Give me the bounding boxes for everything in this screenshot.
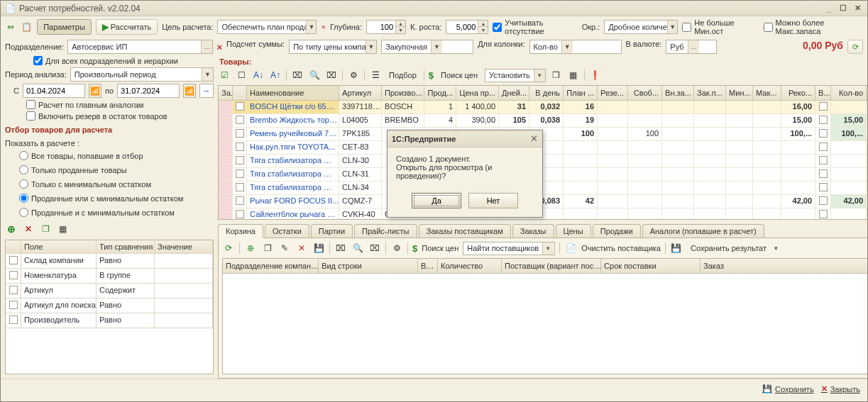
date-from-input[interactable] xyxy=(23,84,85,98)
col-days[interactable]: Дней... xyxy=(499,86,529,100)
growth-input[interactable] xyxy=(446,21,478,33)
chevron-down-icon[interactable]: ▼ xyxy=(366,40,376,53)
cell-check[interactable] xyxy=(819,143,828,151)
close-dialog-button[interactable]: ✕ xyxy=(530,133,538,144)
table-row[interactable]: Brembo Жидкость тор… L04005 BREMBO 4 390… xyxy=(219,114,868,128)
find-icon[interactable]: 🔍 xyxy=(308,69,321,82)
col-min[interactable]: Мин... xyxy=(726,86,753,100)
period-select[interactable]: Произвольный период▼ xyxy=(70,67,214,82)
disk-icon[interactable]: 💾 xyxy=(670,242,683,255)
tab-sales[interactable]: Продажи xyxy=(593,224,641,238)
cell-check[interactable] xyxy=(819,102,828,111)
bcol-supplier[interactable]: Поставщик (вариант пос… xyxy=(502,259,601,273)
col-b1[interactable]: В... xyxy=(815,86,831,100)
close-button[interactable]: ✕Закрыть xyxy=(821,384,860,393)
save-button[interactable]: 💾Сохранить xyxy=(762,384,814,393)
col-price[interactable]: Цена пр... xyxy=(456,86,499,100)
all-divisions-checkbox[interactable]: Для всех подразделений в иерархии xyxy=(5,56,214,65)
check-all-icon[interactable]: ☑ xyxy=(218,69,231,82)
row-checkbox[interactable] xyxy=(236,102,244,111)
radio-sold-and-min[interactable]: Проданные и с минимальным остатком xyxy=(5,206,214,218)
row-checkbox[interactable] xyxy=(236,143,244,151)
main-analogs-checkbox[interactable]: Расчет по главным аналогам xyxy=(5,100,214,109)
row-checkbox[interactable] xyxy=(236,116,244,124)
clear-division-icon[interactable]: × xyxy=(216,42,222,52)
find-icon[interactable]: 🔍 xyxy=(351,242,364,255)
settings-icon[interactable]: ⚙ xyxy=(347,69,360,82)
cell-check[interactable] xyxy=(819,169,828,178)
down-icon[interactable]: ▼ xyxy=(396,27,405,33)
radio-min[interactable]: Только с минимальным остатком xyxy=(5,178,214,190)
table-row[interactable]: BOSCH Щётки с/о 65… 3397118… BOSCH 1 1 4… xyxy=(219,101,868,114)
filter-row[interactable]: Номенклатура В группе xyxy=(6,269,213,284)
row-checkbox[interactable] xyxy=(9,271,18,279)
tab-analogs[interactable]: Аналоги (попавшие в расчет) xyxy=(642,224,764,238)
sort-asc-icon[interactable]: A↓ xyxy=(252,69,265,82)
filter-row[interactable]: Артикул Содержит xyxy=(6,284,213,298)
params-button[interactable]: Параметры xyxy=(37,19,92,35)
filter-icon[interactable]: ⌧ xyxy=(334,242,347,255)
edit-icon[interactable]: ✎ xyxy=(278,242,291,255)
bcol-date[interactable]: Срок поставки xyxy=(601,259,701,273)
maximize-button[interactable]: ☐ xyxy=(837,4,849,13)
col-sold[interactable]: Прод... xyxy=(424,86,456,100)
tab-sup-orders[interactable]: Заказы поставщикам xyxy=(419,224,511,238)
table-row[interactable]: Тяга стабилизатора … CLN-30 xyxy=(219,155,868,168)
settings-icon[interactable]: ⚙ xyxy=(390,242,403,255)
row-checkbox[interactable] xyxy=(236,129,244,138)
radio-sold[interactable]: Только проданные товары xyxy=(5,164,214,176)
up-icon[interactable]: ▲ xyxy=(478,21,488,27)
clear-supplier-button[interactable]: Очистить поставщика xyxy=(581,244,661,252)
no-more-min-checkbox[interactable]: Не больше Мин.ост xyxy=(682,18,759,35)
copy-rows-icon[interactable]: ❐ xyxy=(550,69,563,82)
chevron-down-icon[interactable]: ▼ xyxy=(561,40,573,53)
list-icon[interactable]: ☰ xyxy=(369,69,382,82)
bcol-qty[interactable]: Количество xyxy=(438,259,502,273)
date-to-input[interactable] xyxy=(117,84,180,98)
col-name[interactable]: Наименование xyxy=(247,86,339,100)
row-checkbox[interactable] xyxy=(9,286,18,294)
tab-orders[interactable]: Заказы xyxy=(512,224,554,238)
col-plan[interactable]: План ... xyxy=(564,86,598,100)
minimize-button[interactable]: _ xyxy=(823,4,835,13)
chevron-down-icon[interactable]: ▾ xyxy=(534,69,545,82)
row-checkbox[interactable] xyxy=(9,301,18,309)
refresh-button[interactable]: ⟳ xyxy=(847,40,863,54)
radio-sold-or-min[interactable]: Проданные или с минимальным остатком xyxy=(5,192,214,204)
basket-grid[interactable]: Подразделение компан… Вид строки В… Коли… xyxy=(222,258,868,375)
uncheck-all-icon[interactable]: ☐ xyxy=(235,69,248,82)
col-qty[interactable]: Кол-во xyxy=(831,86,867,100)
find-suppliers-select[interactable]: Найти поставщиков▾ xyxy=(463,242,555,255)
ellipsis-icon[interactable]: … xyxy=(201,40,212,53)
row-checkbox[interactable] xyxy=(9,256,18,264)
round-select[interactable]: Дробное количес▼ xyxy=(604,20,678,34)
swap-dates-button[interactable]: ↔ xyxy=(199,84,214,98)
include-reserve-checkbox[interactable]: Включить резерв в остаток товаров xyxy=(5,111,214,121)
tab-prices[interactable]: Цены xyxy=(556,224,591,238)
add-row-icon[interactable]: ⊕ xyxy=(244,242,257,255)
close-window-button[interactable]: ✕ xyxy=(852,4,863,13)
row-checkbox[interactable] xyxy=(9,316,18,324)
allow-more-max-checkbox[interactable]: Можно более Макс.запаса xyxy=(764,18,863,35)
for-col-select[interactable]: Кол-во▼ xyxy=(529,40,622,54)
filter-row[interactable]: Производитель Равно xyxy=(6,313,213,328)
calendar-icon[interactable]: 📶 xyxy=(183,84,196,98)
col-prod[interactable]: Произво... xyxy=(382,86,424,100)
goods-grid[interactable]: За... Наименование Артикул Произво... Пр… xyxy=(218,85,868,220)
up-icon[interactable]: ▲ xyxy=(396,21,405,27)
filter-row[interactable]: Артикул для поиска Равно xyxy=(6,298,213,313)
col-free[interactable]: Своб... xyxy=(628,86,662,100)
clear-sup-icon[interactable]: 📄 xyxy=(564,242,577,255)
tab-stock[interactable]: Остатки xyxy=(265,224,309,238)
chevron-down-icon[interactable]: ▼ xyxy=(667,21,677,33)
row-checkbox[interactable] xyxy=(236,210,244,218)
cell-check[interactable] xyxy=(819,156,828,164)
table-row[interactable]: Нак.рул.тяги TOYOTA... CET-83 xyxy=(219,141,868,155)
calculate-button[interactable]: ▶Рассчитать xyxy=(96,19,158,35)
refresh-icon[interactable]: ⟳ xyxy=(222,242,235,255)
cell-check[interactable] xyxy=(819,129,828,138)
delete-icon[interactable]: ✕ xyxy=(22,223,35,235)
table-row[interactable]: Тяга стабилизатора … CLN-31 xyxy=(219,168,868,182)
save-icon[interactable]: 💾 xyxy=(312,242,325,255)
filter-grid[interactable]: Поле Тип сравнения Значение Склад компан… xyxy=(5,240,214,374)
